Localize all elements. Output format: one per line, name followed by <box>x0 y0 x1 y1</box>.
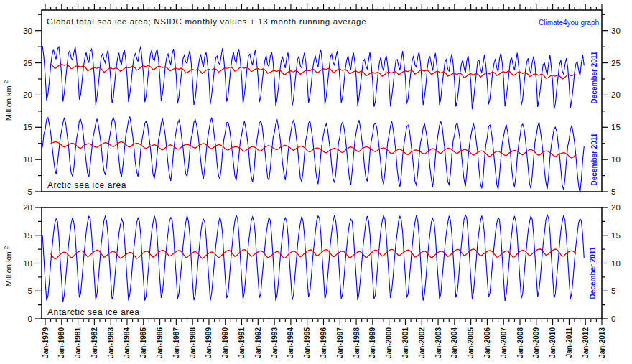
x-tick-label: Jan-2006 <box>483 327 491 358</box>
y-tick-label: 25 <box>611 59 621 67</box>
series-end-label-global: December 2011 <box>590 52 598 104</box>
y-tick-label: 0 <box>28 314 32 323</box>
series-end-label-arctic: December 2011 <box>590 134 598 186</box>
y-axis-title-sup: 2 <box>3 80 9 83</box>
y-tick-label: 20 <box>611 90 621 99</box>
x-tick-label: Jan-2001 <box>401 327 409 358</box>
x-tick-label: Jan-1993 <box>271 327 279 358</box>
x-tick-label: Jan-1999 <box>368 327 376 358</box>
y-tick-label: 10 <box>23 155 32 164</box>
y-axis-title-top: Million km 2 <box>3 80 13 121</box>
x-tick-label: Jan-2009 <box>532 327 540 358</box>
y-axis-title-sup: 2 <box>3 246 9 249</box>
x-tick-label: Jan-1981 <box>74 327 82 358</box>
y-tick-label: 15 <box>611 231 621 240</box>
x-tick-label: Jan-1998 <box>353 327 361 358</box>
y-tick-label: 20 <box>23 90 32 99</box>
y-tick-label: 20 <box>23 203 32 212</box>
y-tick-label: 10 <box>611 155 621 164</box>
y-tick-label: 10 <box>23 259 32 268</box>
panel-frame <box>42 10 602 192</box>
credit-label: Climate4you graph <box>539 19 599 27</box>
y-tick-label: 30 <box>23 27 32 35</box>
y-tick-label: 0 <box>611 314 615 323</box>
x-tick-label: Jan-1983 <box>107 327 115 358</box>
x-tick-label: Jan-1982 <box>90 327 98 358</box>
x-tick-label: Jan-1985 <box>139 327 147 358</box>
chart-title: Global total sea ice area; NSIDC monthly… <box>47 17 366 26</box>
x-tick-label: Jan-1986 <box>156 327 164 358</box>
antarctic-panel-label: Antarctic sea ice area <box>47 307 140 317</box>
y-tick-label: 5 <box>611 187 615 196</box>
sea-ice-chart-figure: 55101015152020252530300055101015152020Ja… <box>0 0 632 364</box>
x-tick-label: Jan-2003 <box>434 327 442 358</box>
y-tick-label: 5 <box>28 187 32 196</box>
x-tick-label: Jan-2004 <box>450 327 458 358</box>
series-end-label-antarctic: December 2011 <box>589 247 597 299</box>
x-tick-label: Jan-2013 <box>598 327 606 358</box>
y-tick-label: 15 <box>23 231 32 240</box>
y-tick-label: 25 <box>23 59 32 67</box>
x-tick-label: Jan-1992 <box>254 327 262 358</box>
x-tick-label: Jan-2002 <box>418 327 426 358</box>
y-tick-label: 10 <box>611 259 621 268</box>
y-tick-label: 5 <box>28 286 32 295</box>
x-tick-label: Jan-1995 <box>303 327 311 358</box>
y-tick-label: 20 <box>611 203 621 212</box>
x-tick-label: Jan-1980 <box>57 327 65 358</box>
y-axis-title-text: Million km <box>4 251 13 286</box>
x-tick-label: Jan-1987 <box>172 327 180 358</box>
y-tick-label: 15 <box>23 123 32 131</box>
x-tick-label: Jan-1996 <box>320 327 327 358</box>
x-tick-label: Jan-1989 <box>205 327 213 358</box>
x-tick-label: Jan-2011 <box>565 327 573 358</box>
x-tick-label: Jan-2012 <box>582 327 590 358</box>
y-axis-title-text: Million km <box>4 85 13 121</box>
x-tick-label: Jan-1997 <box>336 327 344 358</box>
y-axis-title-bottom: Million km 2 <box>3 246 13 286</box>
series-line <box>42 215 584 302</box>
x-tick-label: Jan-1988 <box>189 327 197 358</box>
x-tick-label: Jan-1979 <box>42 327 50 358</box>
y-tick-label: 30 <box>611 27 621 35</box>
x-tick-label: Jan-2010 <box>549 327 557 358</box>
x-tick-label: Jan-1984 <box>123 327 131 358</box>
x-tick-label: Jan-2000 <box>385 327 393 358</box>
y-tick-label: 15 <box>611 123 621 131</box>
x-tick-label: Jan-1994 <box>287 327 294 358</box>
series-line <box>42 46 584 109</box>
x-tick-label: Jan-2007 <box>500 327 508 358</box>
x-tick-label: Jan-2005 <box>467 327 475 358</box>
arctic-panel-label: Arctic sea ice area <box>47 180 126 190</box>
y-tick-label: 5 <box>611 286 615 295</box>
x-tick-label: Jan-1991 <box>238 327 246 358</box>
x-tick-label: Jan-1990 <box>221 327 229 358</box>
x-tick-label: Jan-2008 <box>516 327 524 358</box>
